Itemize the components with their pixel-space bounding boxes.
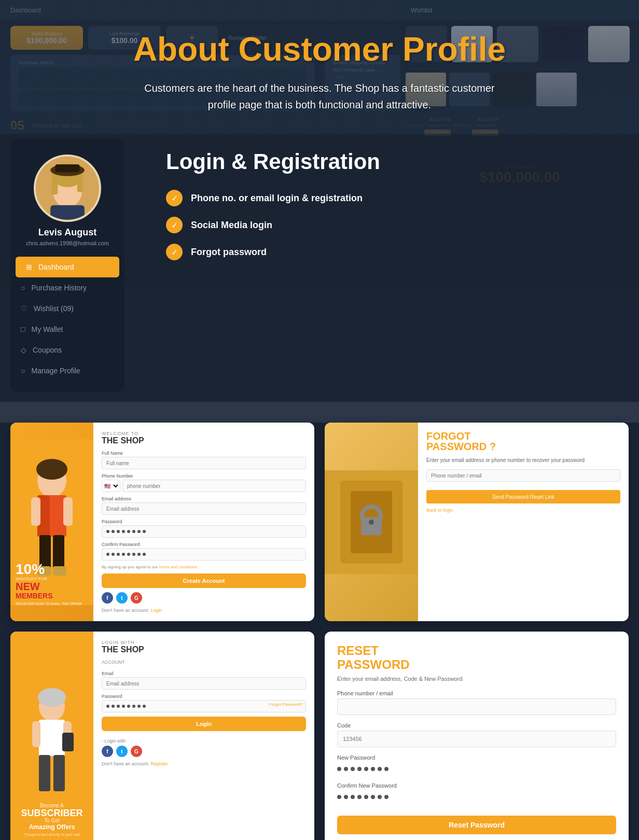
registration-form: WELCOME TO THE SHOP Full Name Phone Numb…: [93, 423, 314, 621]
forgot-email-field: [426, 469, 620, 482]
amazing-offers: Amazing Offers: [16, 823, 88, 831]
reg-social-row: f t G: [102, 592, 306, 604]
forgot-lock-image: [325, 470, 418, 574]
promo-register: REGISTER NOW TO AVAIL THE OFFER: [16, 602, 88, 606]
avatar: [34, 155, 101, 222]
reset-new-password-field: New Password: [337, 754, 616, 775]
svg-rect-31: [62, 733, 74, 751]
login-email-field: Email: [102, 671, 306, 690]
profile-icon: ○: [21, 367, 25, 375]
subscriber-to-get: To Get: [16, 818, 88, 823]
svg-rect-7: [50, 205, 85, 220]
feature-item-2: ✓ Social Media login: [166, 217, 629, 233]
reg-google-btn[interactable]: G: [131, 592, 142, 604]
profile-email: chris.ashens.1998@hotmail.com: [10, 240, 124, 246]
login-email-input[interactable]: [102, 677, 306, 690]
reg-login-anchor[interactable]: Login: [150, 608, 162, 613]
reg-fullname-field: Full Name: [102, 451, 306, 469]
login-button[interactable]: Login: [102, 717, 306, 731]
send-reset-link-button[interactable]: Send Password Reset Link: [426, 490, 620, 503]
forgot-password-card: FORGOT PASSWORD ? Enter your email addre…: [325, 423, 629, 621]
reset-new-password-dots[interactable]: [337, 763, 616, 775]
svg-point-27: [38, 688, 66, 707]
svg-rect-33: [53, 755, 65, 791]
svg-rect-4: [77, 175, 83, 192]
reset-new-password-label: New Password: [337, 754, 616, 761]
reg-email-input[interactable]: [102, 502, 306, 515]
forgot-email-input[interactable]: [426, 469, 620, 482]
feature-text-2: Social Media login: [191, 220, 272, 231]
reset-confirm-dots[interactable]: [337, 791, 616, 803]
nav-item-coupons[interactable]: ◇ Coupons: [10, 340, 124, 360]
nav-item-dashboard[interactable]: ⊞ Dashboard: [16, 257, 119, 277]
forgot-password-link[interactable]: Forgot Password?: [269, 702, 303, 707]
login-social-row: f t G: [102, 746, 306, 757]
reset-confirm-field: Confirm New Password: [337, 782, 616, 803]
reg-confirm-label: Confirm Password: [102, 542, 306, 547]
login-or-with: - Login with: [102, 738, 306, 744]
reg-login-link: Don't have an account. Login: [102, 608, 306, 613]
svg-rect-32: [39, 755, 50, 791]
avatar-svg: [36, 155, 99, 222]
forgot-back-link[interactable]: Back to login: [426, 508, 453, 513]
login-card: Become A SUBSCRIBER To Get Amazing Offer…: [10, 632, 314, 840]
reg-confirm-field: Confirm Password: [102, 542, 306, 561]
create-account-button[interactable]: Create Account: [102, 573, 306, 588]
reg-password-field: Password: [102, 519, 306, 538]
reg-terms-link[interactable]: terms and conditions: [159, 565, 198, 569]
reg-country-select[interactable]: 🇺🇸: [102, 480, 120, 492]
subscriber-label: SUBSCRIBER: [16, 808, 88, 818]
reset-confirm-label: Confirm New Password: [337, 782, 616, 789]
svg-rect-3: [52, 175, 58, 195]
registration-card: 10% DISCOUNT FOR NEW MEMBERS REGISTER NO…: [10, 423, 314, 621]
coupons-icon: ◇: [21, 346, 26, 354]
nav-item-profile[interactable]: ○ Manage Profile: [10, 360, 124, 381]
reset-code-label: Code: [337, 722, 616, 729]
login-account-label: ACCOUNT: [102, 660, 306, 665]
login-facebook-btn[interactable]: f: [102, 746, 113, 757]
purchase-icon: ○: [21, 284, 25, 292]
reset-password-button[interactable]: Reset Password: [337, 816, 616, 834]
forgot-description: Enter your email address or phone number…: [426, 457, 620, 464]
feature-item-1: ✓ Phone no. or email login & registratio…: [166, 190, 629, 206]
profile-name: Levis August: [10, 227, 124, 238]
svg-point-10: [36, 459, 67, 480]
reg-terms: By signing up you agree to our terms and…: [102, 565, 306, 569]
login-password-label: Password: [102, 694, 306, 699]
reg-shop-name: THE SHOP: [102, 436, 306, 445]
reg-fullname-input[interactable]: [102, 457, 306, 469]
promo-members: MEMBERS: [16, 592, 88, 600]
login-google-btn[interactable]: G: [131, 746, 142, 757]
promo-percent: 10%: [16, 562, 88, 577]
feature-text-1: Phone no. or email login & registration: [191, 193, 363, 204]
page-title: About Customer Profile: [73, 31, 566, 67]
nav-item-wallet[interactable]: □ My Wallet: [10, 319, 124, 340]
cards-section: 10% DISCOUNT FOR NEW MEMBERS REGISTER NO…: [0, 423, 639, 840]
nav-label-wallet: My Wallet: [31, 325, 63, 333]
features-section: Login & Registration ✓ Phone no. or emai…: [124, 149, 629, 271]
login-shop-name: THE SHOP: [102, 645, 306, 654]
svg-rect-13: [31, 497, 40, 526]
reg-twitter-btn[interactable]: t: [116, 592, 128, 604]
reg-phone-input[interactable]: [122, 480, 306, 492]
reg-password-dots[interactable]: [102, 525, 306, 538]
profile-sidebar: Levis August chris.ashens.1998@hotmail.c…: [10, 139, 124, 391]
coupon-note: *Coupons sent directly to your mail: [16, 833, 88, 836]
reg-facebook-btn[interactable]: f: [102, 592, 113, 604]
svg-rect-29: [32, 721, 40, 747]
svg-rect-6: [55, 164, 80, 172]
nav-item-purchase[interactable]: ○ Purchase History: [10, 277, 124, 298]
forgot-back-login: Back to login: [426, 508, 620, 513]
login-twitter-btn[interactable]: t: [116, 746, 128, 757]
hero-subtitle: Customers are the heart of the business.…: [138, 80, 501, 113]
svg-rect-14: [63, 497, 73, 526]
login-register-anchor[interactable]: Register: [150, 761, 168, 766]
reg-password-label: Password: [102, 519, 306, 524]
wallet-icon: □: [21, 325, 25, 333]
reset-code-input[interactable]: [337, 731, 616, 747]
nav-item-wishlist[interactable]: ♡ Wishlist (09): [10, 298, 124, 319]
reset-phone-input[interactable]: [337, 698, 616, 715]
reg-confirm-dots[interactable]: [102, 548, 306, 561]
reg-welcome: WELCOME TO: [102, 431, 306, 436]
login-register-link: Don't have an account. Register: [102, 761, 306, 766]
